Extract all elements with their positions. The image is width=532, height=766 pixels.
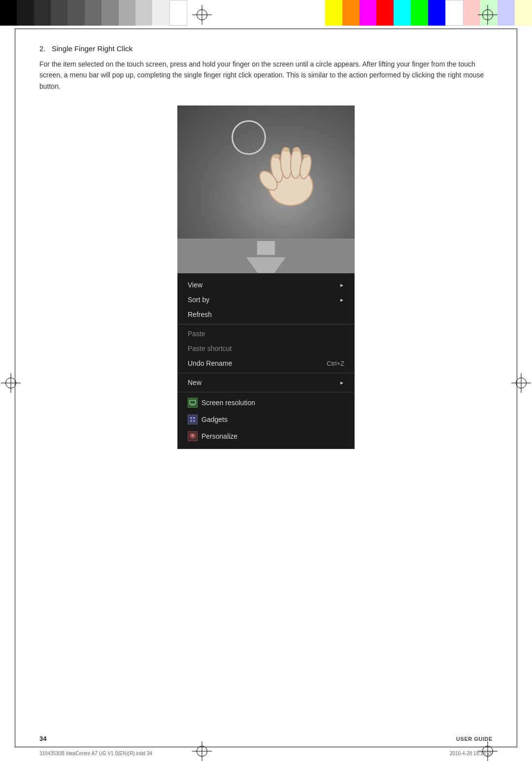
color-white2 (445, 0, 464, 26)
svg-point-7 (283, 147, 290, 152)
menu-separator-1 (178, 324, 354, 324)
color-block-black (0, 0, 17, 26)
menu-item-new-label: New (188, 379, 201, 386)
color-bar-right (325, 0, 532, 26)
menu-item-refresh-label: Refresh (188, 311, 212, 318)
color-orange (342, 0, 360, 26)
svg-point-9 (303, 154, 308, 158)
file-info: 31043530B IdeaCentre A7 UG V1.0(EN)(R).i… (39, 751, 152, 756)
menu-item-screen-resolution[interactable]: Screen resolution (178, 394, 354, 411)
color-cyan (394, 0, 411, 26)
personalize-label: Personalize (201, 432, 237, 440)
date-info: 2010-4-28 18:18:29 (450, 751, 493, 756)
svg-rect-17 (193, 420, 195, 422)
color-lightblue (498, 0, 515, 26)
hand-svg (246, 125, 335, 214)
menu-item-new[interactable]: New ► (178, 375, 354, 390)
color-red (376, 0, 394, 26)
color-block-1 (17, 0, 33, 26)
menu-item-view[interactable]: View ► (178, 278, 354, 292)
color-green (411, 0, 428, 26)
border-top (15, 29, 517, 29)
undo-rename-shortcut: Ctrl+Z (327, 360, 344, 367)
screen-icon-svg (189, 399, 196, 406)
reg-mark-top-right (478, 5, 498, 25)
menu-item-gadgets[interactable]: Gadgets (178, 411, 354, 428)
color-block-6 (101, 0, 118, 26)
color-block-8 (135, 0, 152, 26)
gadgets-icon (188, 415, 198, 424)
reg-mark-top-left (192, 5, 212, 25)
gadgets-icon-svg (189, 416, 196, 423)
svg-rect-19 (191, 438, 195, 439)
sort-submenu-arrow: ► (339, 297, 344, 303)
menu-item-view-label: View (188, 281, 202, 289)
menu-item-refresh[interactable]: Refresh (178, 307, 354, 322)
menu-item-undo-rename[interactable]: Undo Rename Ctrl+Z (178, 356, 354, 371)
footer-info: 31043530B IdeaCentre A7 UG V1.0(EN)(R).i… (39, 751, 493, 756)
top-color-bar (0, 0, 532, 26)
color-blue (428, 0, 445, 26)
color-block-2 (34, 0, 51, 26)
grayscale-bar (0, 0, 187, 26)
context-menu: View ► Sort by ► Refresh Paste Paste sho… (177, 273, 355, 449)
color-block-5 (85, 0, 101, 26)
color-block-3 (51, 0, 67, 26)
body-text: For the item selected on the touch scree… (39, 59, 493, 92)
page-number: 34 (39, 735, 46, 742)
color-block-4 (67, 0, 84, 26)
touch-screen-image (177, 105, 355, 239)
section-heading: 2. Single Finger Right Click (39, 44, 493, 53)
illustration-container: View ► Sort by ► Refresh Paste Paste sho… (177, 105, 355, 449)
menu-separator-2 (178, 373, 354, 373)
menu-item-personalize[interactable]: Personalize (178, 428, 354, 445)
menu-item-sort-by-label: Sort by (188, 296, 209, 304)
svg-rect-16 (190, 420, 192, 422)
personalize-icon (188, 431, 198, 441)
menu-item-paste-shortcut: Paste shortcut (178, 341, 354, 356)
menu-item-paste-label: Paste (188, 330, 205, 338)
screen-resolution-icon (188, 398, 198, 408)
menu-separator-3 (178, 392, 354, 392)
color-block-9 (152, 0, 169, 26)
menu-item-undo-rename-label: Undo Rename (188, 359, 232, 367)
color-magenta (360, 0, 377, 26)
svg-point-6 (273, 154, 280, 159)
view-submenu-arrow: ► (339, 282, 344, 288)
svg-point-20 (192, 434, 194, 437)
reg-mark-mid-right (511, 373, 531, 393)
color-yellow (325, 0, 342, 26)
user-guide-label: User Guide (456, 736, 493, 742)
screen-resolution-label: Screen resolution (201, 399, 255, 407)
personalize-icon-svg (189, 433, 196, 440)
section-title: Single Finger Right Click (52, 44, 133, 53)
border-bottom (15, 747, 517, 747)
color-lightyellow (515, 0, 532, 26)
footer: 34 User Guide (39, 735, 493, 742)
svg-point-8 (293, 147, 300, 152)
menu-item-paste: Paste (178, 326, 354, 341)
color-block-7 (119, 0, 135, 26)
section-number: 2. (39, 44, 46, 53)
new-submenu-arrow: ► (339, 380, 344, 385)
gadgets-label: Gadgets (201, 416, 228, 423)
arrow-section (177, 239, 355, 273)
reg-mark-mid-left (1, 373, 21, 393)
svg-rect-10 (190, 400, 196, 404)
svg-rect-15 (193, 417, 195, 419)
color-block-white (169, 0, 187, 26)
svg-rect-14 (190, 417, 192, 419)
main-content: 2. Single Finger Right Click For the ite… (39, 44, 493, 449)
menu-item-paste-shortcut-label: Paste shortcut (188, 345, 232, 352)
menu-item-sort-by[interactable]: Sort by ► (178, 292, 354, 307)
arrow-shaft (257, 241, 275, 255)
